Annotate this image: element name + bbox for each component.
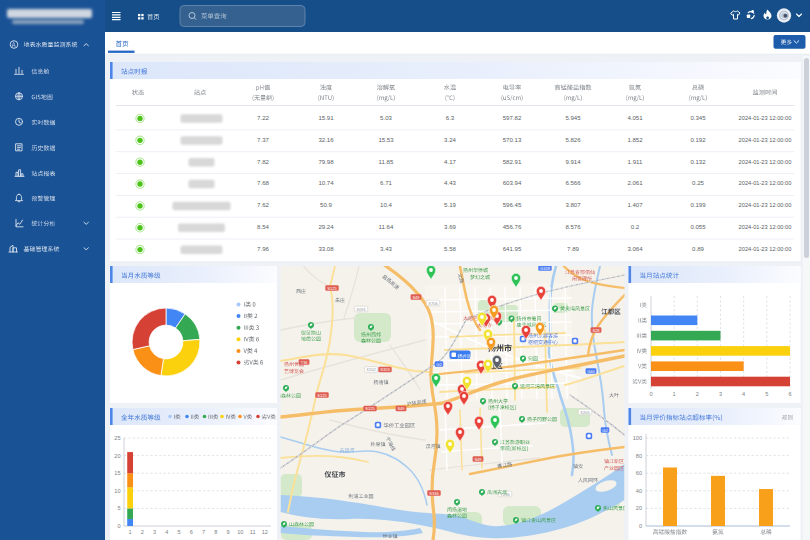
svg-text:6.71: 6.71 <box>380 179 392 186</box>
svg-text:1.911: 1.911 <box>628 158 643 165</box>
svg-text:5: 5 <box>117 505 120 511</box>
svg-text:2024-01-23 12:00:00: 2024-01-23 12:00:00 <box>739 224 792 230</box>
svg-text:5.945: 5.945 <box>565 114 581 121</box>
svg-text:6.566: 6.566 <box>565 179 581 186</box>
svg-text:60: 60 <box>636 470 642 476</box>
svg-text:5.826: 5.826 <box>565 136 581 143</box>
svg-text:15: 15 <box>114 470 120 476</box>
svg-text:S125: S125 <box>365 406 375 411</box>
svg-text:X706: X706 <box>428 301 438 306</box>
svg-text:4: 4 <box>165 529 168 535</box>
svg-text:79.98: 79.98 <box>318 158 334 165</box>
svg-text:S49: S49 <box>412 295 420 300</box>
svg-text:11.64: 11.64 <box>379 223 394 230</box>
svg-text:S49: S49 <box>397 406 405 411</box>
svg-text:7: 7 <box>202 529 205 535</box>
svg-text:32.16: 32.16 <box>318 136 334 143</box>
svg-text:50.9: 50.9 <box>320 201 332 208</box>
svg-text:X202: X202 <box>366 367 376 372</box>
svg-text:20: 20 <box>636 505 642 511</box>
svg-text:5: 5 <box>178 529 181 535</box>
svg-text:25: 25 <box>114 435 120 441</box>
svg-text:40: 40 <box>636 488 642 494</box>
svg-text:1: 1 <box>129 529 132 535</box>
svg-text:2024-01-23 12:00:00: 2024-01-23 12:00:00 <box>739 159 792 165</box>
svg-text:29.24: 29.24 <box>318 223 334 230</box>
svg-text:4.17: 4.17 <box>444 158 456 165</box>
svg-text:603.94: 603.94 <box>503 179 522 186</box>
svg-text:2.061: 2.061 <box>627 179 643 186</box>
svg-text:0.192: 0.192 <box>690 136 706 143</box>
svg-text:9.914: 9.914 <box>565 158 581 165</box>
svg-text:5.58: 5.58 <box>444 245 456 252</box>
svg-text:0: 0 <box>639 523 642 529</box>
svg-text:S336: S336 <box>429 491 439 496</box>
svg-text:582.91: 582.91 <box>503 158 522 165</box>
svg-text:4.051: 4.051 <box>627 114 643 121</box>
svg-text:2024-01-23 12:00:00: 2024-01-23 12:00:00 <box>739 115 792 121</box>
svg-text:10.74: 10.74 <box>318 179 334 186</box>
svg-text:570.13: 570.13 <box>503 136 522 143</box>
svg-text:596.45: 596.45 <box>503 201 522 208</box>
svg-text:5: 5 <box>765 391 768 397</box>
svg-text:7.68: 7.68 <box>257 179 269 186</box>
svg-text:11.85: 11.85 <box>379 158 394 165</box>
svg-text:4.43: 4.43 <box>444 179 456 186</box>
svg-text:2024-01-23 12:00:00: 2024-01-23 12:00:00 <box>739 202 792 208</box>
svg-text:7.89: 7.89 <box>567 245 579 252</box>
svg-text:12: 12 <box>262 529 268 535</box>
svg-text:11: 11 <box>250 529 256 535</box>
svg-text:X091: X091 <box>356 307 366 312</box>
svg-text:7.22: 7.22 <box>257 114 269 121</box>
svg-text:S125: S125 <box>317 393 327 398</box>
svg-text:G2: G2 <box>436 362 442 367</box>
svg-text:2024-01-23 12:00:00: 2024-01-23 12:00:00 <box>739 246 792 252</box>
svg-text:6.3: 6.3 <box>446 114 455 121</box>
svg-text:G328: G328 <box>540 266 551 271</box>
svg-text:X205: X205 <box>580 410 590 415</box>
svg-text:0.89: 0.89 <box>692 245 704 252</box>
svg-text:5.19: 5.19 <box>444 201 456 208</box>
svg-text:S28: S28 <box>592 328 600 333</box>
svg-text:0: 0 <box>649 391 652 397</box>
svg-text:2024-01-23 12:00:00: 2024-01-23 12:00:00 <box>739 180 792 186</box>
svg-text:1.852: 1.852 <box>627 136 643 143</box>
svg-text:15.53: 15.53 <box>378 136 394 143</box>
svg-text:10.4: 10.4 <box>380 201 392 208</box>
svg-text:3.24: 3.24 <box>444 136 456 143</box>
svg-text:3.064: 3.064 <box>627 245 643 252</box>
svg-text:10: 10 <box>114 488 120 494</box>
svg-text:456.76: 456.76 <box>503 223 522 230</box>
svg-text:2: 2 <box>696 391 699 397</box>
svg-text:0.055: 0.055 <box>690 223 706 230</box>
svg-text:597.82: 597.82 <box>503 114 522 121</box>
svg-text:10: 10 <box>237 529 243 535</box>
svg-text:4: 4 <box>742 391 745 397</box>
svg-text:7.96: 7.96 <box>257 245 269 252</box>
svg-text:0.199: 0.199 <box>690 201 706 208</box>
svg-text:8.576: 8.576 <box>565 223 581 230</box>
svg-text:80: 80 <box>636 453 642 459</box>
svg-text:20: 20 <box>114 453 120 459</box>
svg-text:33.08: 33.08 <box>318 245 334 252</box>
svg-text:0: 0 <box>117 523 120 529</box>
svg-text:3.69: 3.69 <box>444 223 456 230</box>
svg-text:100: 100 <box>633 435 642 441</box>
svg-text:9: 9 <box>227 529 230 535</box>
svg-text:1.407: 1.407 <box>627 201 643 208</box>
svg-text:0.345: 0.345 <box>690 114 706 121</box>
svg-text:5.03: 5.03 <box>380 114 392 121</box>
svg-text:1: 1 <box>673 391 676 397</box>
svg-text:G40: G40 <box>587 369 595 374</box>
svg-text:6: 6 <box>788 391 791 397</box>
svg-text:3.43: 3.43 <box>380 245 392 252</box>
svg-text:8: 8 <box>214 529 217 535</box>
svg-text:2024-01-23 12:00:00: 2024-01-23 12:00:00 <box>739 137 792 143</box>
svg-text:0.25: 0.25 <box>692 179 704 186</box>
svg-text:0.132: 0.132 <box>690 158 706 165</box>
svg-text:6: 6 <box>190 529 193 535</box>
svg-text:S49: S49 <box>474 457 482 462</box>
svg-text:0.2: 0.2 <box>631 223 640 230</box>
svg-text:G2: G2 <box>602 428 608 433</box>
svg-text:3.807: 3.807 <box>565 201 581 208</box>
